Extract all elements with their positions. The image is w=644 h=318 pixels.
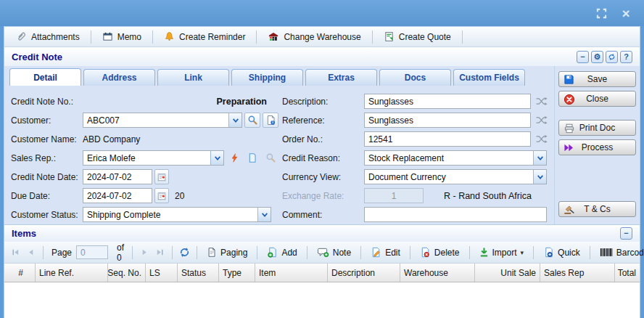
close-window-button[interactable]: ×: [619, 7, 632, 20]
save-label: Save: [587, 74, 607, 84]
column-header-status[interactable]: Status: [178, 264, 219, 282]
column-header-sales-rep[interactable]: Sales Rep: [540, 264, 615, 282]
attachments-button[interactable]: Attachments: [10, 29, 86, 44]
search-icon: [265, 152, 276, 163]
close-label: Close: [586, 94, 608, 104]
reference-shuffle-button[interactable]: [533, 113, 549, 128]
tab-link[interactable]: Link: [157, 69, 229, 86]
delete-line-button[interactable]: Delete: [416, 245, 464, 259]
help-button[interactable]: ?: [620, 51, 632, 63]
order-no-shuffle-button[interactable]: [533, 131, 549, 147]
column-header-total[interactable]: Total: [615, 264, 640, 282]
comment-input[interactable]: [364, 207, 547, 222]
credit-note-date-input[interactable]: [83, 169, 152, 184]
column-header-unit-sale[interactable]: Unit Sale: [475, 264, 540, 282]
due-date-input[interactable]: [83, 188, 152, 203]
credit-note-header: Credit Note − ⚙ ?: [4, 47, 640, 66]
settings-button[interactable]: ⚙: [591, 51, 603, 63]
close-button[interactable]: Close: [558, 91, 636, 107]
paperclip-icon: [16, 31, 27, 42]
action-panel: Save Close Print Doc Process T & Cs: [554, 66, 640, 224]
refresh-button[interactable]: [606, 51, 618, 63]
note-button[interactable]: Note: [313, 245, 355, 259]
first-page-button[interactable]: [9, 245, 22, 259]
terms-conditions-label: T & Cs: [584, 204, 610, 214]
tab-shipping[interactable]: Shipping: [231, 69, 303, 86]
due-date-picker[interactable]: [154, 188, 169, 203]
chevron-down-icon[interactable]: [533, 170, 546, 184]
order-no-input[interactable]: [364, 131, 531, 147]
credit-note-date-picker[interactable]: [154, 169, 169, 184]
description-input[interactable]: [364, 94, 531, 109]
maximize-button[interactable]: [595, 7, 608, 20]
memo-label: Memo: [117, 32, 141, 42]
tab-docs[interactable]: Docs: [379, 69, 451, 86]
page-icon: [247, 152, 257, 163]
toolbar-separator: [533, 246, 534, 259]
prev-page-button[interactable]: [24, 245, 38, 259]
sales-rep-quick-button[interactable]: [226, 150, 242, 166]
shuffle-icon: [535, 97, 548, 106]
print-doc-button[interactable]: Print Doc: [558, 120, 636, 136]
chevron-down-icon[interactable]: [533, 151, 546, 165]
items-refresh-button[interactable]: [178, 245, 191, 259]
credit-note-no-label: Credit Note No.:: [11, 97, 83, 107]
customer-name-label: Customer Name:: [11, 134, 83, 144]
add-line-button[interactable]: Add: [263, 245, 301, 259]
tab-custom-fields[interactable]: Custom Fields: [453, 69, 525, 86]
paging-button[interactable]: Paging: [202, 245, 252, 259]
chevron-down-icon[interactable]: [257, 208, 271, 221]
memo-button[interactable]: Memo: [96, 29, 147, 44]
save-button[interactable]: Save: [558, 71, 636, 87]
tab-address[interactable]: Address: [83, 69, 155, 86]
reference-input[interactable]: [364, 113, 531, 128]
next-page-button[interactable]: [138, 245, 152, 259]
change-warehouse-button[interactable]: Change Warehouse: [262, 29, 366, 44]
last-page-icon: [155, 248, 165, 257]
create-reminder-button[interactable]: Create Reminder: [158, 29, 251, 44]
create-quote-button[interactable]: Create Quote: [378, 29, 457, 44]
description-shuffle-button[interactable]: [533, 94, 549, 109]
sales-rep-document-button[interactable]: [244, 150, 260, 166]
chevron-down-icon[interactable]: [210, 151, 223, 165]
customer-info-button[interactable]: [263, 113, 278, 128]
collapse-button[interactable]: −: [577, 51, 589, 63]
quick-add-button[interactable]: Quick: [539, 245, 585, 259]
detail-form: Credit Note No.: Preparation Customer: A…: [4, 86, 554, 224]
sales-rep-search-button[interactable]: [263, 150, 278, 166]
customer-combo[interactable]: ABC007: [83, 113, 242, 128]
tab-extras[interactable]: Extras: [305, 69, 377, 86]
sales-rep-combo[interactable]: Erica Molefe: [83, 150, 224, 166]
column-header-description[interactable]: Description: [328, 264, 400, 282]
customer-status-combo[interactable]: Shipping Complete: [83, 207, 271, 222]
toolbar-separator: [43, 246, 44, 259]
title-bar: ×: [0, 0, 644, 26]
column-header-seq-no[interactable]: Seq. No.: [108, 264, 146, 282]
last-page-button[interactable]: [153, 245, 167, 259]
customer-search-button[interactable]: [244, 113, 260, 128]
process-button[interactable]: Process: [558, 139, 636, 155]
gavel-icon: [563, 203, 575, 216]
edit-line-button[interactable]: Edit: [366, 245, 405, 259]
credit-reason-combo[interactable]: Stock Replacement: [364, 150, 547, 166]
column-header-type[interactable]: Type: [219, 264, 255, 282]
column-header-item[interactable]: Item: [255, 264, 328, 282]
currency-view-combo[interactable]: Document Currency: [364, 169, 547, 184]
items-grid-body[interactable]: [4, 282, 640, 318]
order-no-label: Order No.:: [282, 134, 364, 144]
chevron-down-icon[interactable]: [228, 113, 242, 127]
column-header-line-ref[interactable]: Line Ref.: [36, 264, 108, 282]
tab-strip: Detail Address Link Shipping Extras Docs…: [4, 66, 554, 86]
payment-terms-value: 20: [175, 191, 184, 201]
tab-detail[interactable]: Detail: [9, 68, 81, 86]
column-header-number[interactable]: #: [7, 264, 36, 282]
items-collapse-button[interactable]: −: [620, 227, 632, 240]
note-icon: [317, 247, 329, 258]
import-button[interactable]: Import ▾: [475, 245, 529, 259]
page-number-input[interactable]: [76, 245, 108, 259]
column-header-ls[interactable]: LS: [146, 264, 178, 282]
column-header-warehouse[interactable]: Warehouse: [400, 264, 475, 282]
quick-label: Quick: [558, 248, 580, 258]
barcode-button[interactable]: Barcode: [595, 246, 644, 259]
terms-conditions-button[interactable]: T & Cs: [558, 201, 636, 217]
